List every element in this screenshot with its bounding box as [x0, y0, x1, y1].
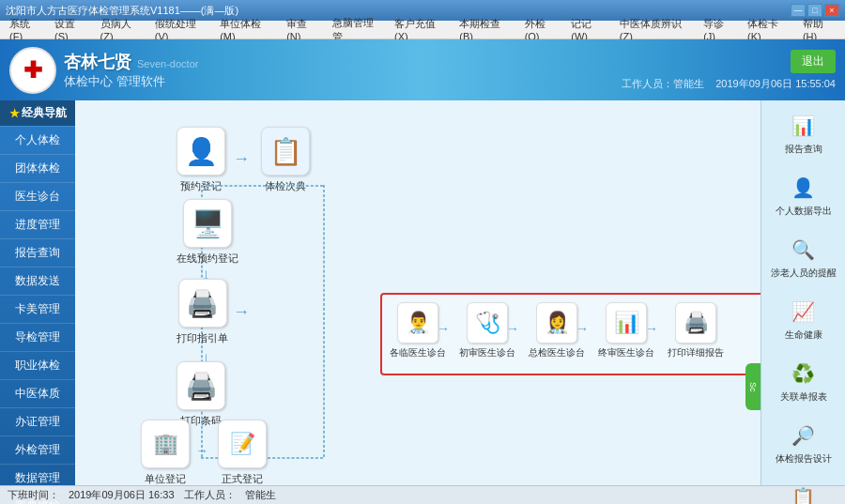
- sidebar-item-doctor[interactable]: 医生诊台: [0, 183, 75, 211]
- sign-icon: 📋: [787, 481, 821, 504]
- company-name: 杏林七贤: [64, 51, 131, 73]
- sidebar-item-personal[interactable]: 个人体检: [0, 127, 75, 155]
- unit-register-label: 单位登记: [145, 472, 186, 485]
- report-query-icon: 📊: [787, 109, 821, 143]
- sidebar-header: ★ 经典导航: [0, 100, 75, 127]
- report-design-label: 体检报告设计: [776, 452, 832, 466]
- node-print-barcode[interactable]: 🖨️ 打印条码: [177, 361, 225, 428]
- node-online-register[interactable]: 🖥️ 在线预约登记: [177, 199, 238, 266]
- personal-export-label: 个人数据导出: [776, 205, 832, 218]
- company-sub: Seven-doctor: [137, 58, 198, 69]
- header-info: 工作人员：管能生 2019年09月06日 15:55:04: [622, 77, 836, 91]
- arrow-right-1: →: [233, 149, 250, 169]
- pre-register-icon: 👤: [177, 127, 225, 176]
- online-register-label: 在线预约登记: [177, 252, 238, 266]
- menu-bar: 系统(F) 设置(S) 员病人(Z) 假统处理(V) 单位体检(M) 审查(N)…: [0, 21, 845, 39]
- unit-register-icon: 🏢: [141, 420, 190, 468]
- init-doctor-icon: 🩺: [467, 302, 508, 344]
- arrow-dept-init: →: [437, 321, 450, 336]
- sidebar-item-group[interactable]: 团体体检: [0, 155, 75, 183]
- sidebar-item-progress[interactable]: 进度管理: [0, 211, 75, 239]
- workflow-diagram: 👤 预约登记 → 📋 体检次典 🖥️ 在线预约登记: [94, 110, 751, 476]
- arrow-total-final: →: [576, 321, 589, 336]
- sidebar-item-card[interactable]: 卡美管理: [0, 296, 75, 324]
- green-side-button[interactable]: Sc: [745, 363, 760, 410]
- exam-type-icon: 📋: [261, 127, 310, 176]
- sidebar-item-tcm[interactable]: 中医体质: [0, 380, 75, 408]
- dashed-line-right: [323, 185, 325, 457]
- logout-button[interactable]: 退出: [791, 50, 836, 73]
- status-worker-label: 工作人员：: [184, 488, 236, 502]
- dept-doctor-icon: 👨‍⚕️: [397, 302, 438, 344]
- print-report-label: 打印详细报告: [668, 346, 724, 359]
- total-doctor-label: 总检医生诊台: [529, 346, 585, 359]
- print-guide-label: 打印指引单: [177, 331, 228, 345]
- final-doctor-icon: 📊: [606, 302, 647, 344]
- sidebar-item-report[interactable]: 报告查询: [0, 239, 75, 267]
- statistics-icon: ♻️: [787, 357, 821, 390]
- sidebar-item-external[interactable]: 外检管理: [0, 436, 75, 465]
- app-title: 杏林七贤 Seven-doctor 体检中心 管理软件: [64, 51, 198, 90]
- status-time-value: 2019年09月06日 16:33: [69, 488, 175, 502]
- star-icon: ★: [9, 107, 20, 120]
- arrow-final-print: →: [645, 321, 658, 336]
- header-right: 退出 工作人员：管能生 2019年09月06日 15:55:04: [622, 50, 836, 91]
- node-print-report[interactable]: 🖨️ 打印详细报告: [668, 302, 724, 359]
- minimize-button[interactable]: —: [791, 4, 806, 17]
- status-time-label: 下班时间：: [8, 488, 59, 502]
- statistics-label: 关联单报表: [780, 390, 827, 404]
- official-register-label: 正式登记: [222, 472, 263, 485]
- sidebar-item-data-send[interactable]: 数据发送: [0, 267, 75, 296]
- right-item-statistics[interactable]: ♻️ 关联单报表: [766, 353, 840, 407]
- life-label: 生命健康: [785, 328, 822, 342]
- sidebar-item-cert[interactable]: 办证管理: [0, 408, 75, 436]
- node-unit-register[interactable]: 🏢 单位登记: [141, 420, 190, 485]
- arrow-init-total: →: [506, 321, 519, 336]
- system-name: 体检中心: [64, 73, 113, 90]
- print-report-icon: 🖨️: [675, 302, 716, 344]
- sidebar-title: 经典导航: [22, 105, 67, 121]
- sidebar-item-occupation[interactable]: 职业体检: [0, 352, 75, 380]
- content-area: 👤 预约登记 → 📋 体检次典 🖥️ 在线预约登记: [75, 100, 760, 485]
- node-pre-register[interactable]: 👤 预约登记: [177, 127, 225, 193]
- worker-info: 工作人员：管能生: [622, 78, 704, 89]
- final-doctor-label: 终审医生诊台: [598, 346, 654, 359]
- elderly-label: 涉老人员的提醒: [771, 267, 837, 280]
- node-exam-type[interactable]: 📋 体检次典: [261, 127, 310, 193]
- header: ✚ 杏林七贤 Seven-doctor 体检中心 管理软件 退出 工作人员：管能…: [0, 39, 845, 100]
- node-official-register[interactable]: 📝 正式登记: [218, 420, 267, 485]
- window-controls: — □ ×: [791, 4, 839, 17]
- dashed-line-top: [201, 185, 323, 187]
- total-doctor-icon: 👩‍⚕️: [536, 302, 577, 344]
- logo-area: ✚ 杏林七贤 Seven-doctor 体检中心 管理软件: [9, 47, 198, 94]
- system-sub: 管理软件: [116, 73, 165, 90]
- dept-doctor-label: 各临医生诊台: [390, 346, 446, 359]
- elderly-icon: 🔍: [787, 233, 821, 267]
- maximize-button[interactable]: □: [807, 4, 822, 17]
- sidebar: ★ 经典导航 个人体检 团体体检 医生诊台 进度管理 报告查询 数据发送 卡美管…: [0, 100, 75, 485]
- official-register-icon: 📝: [218, 420, 267, 468]
- print-barcode-icon: 🖨️: [177, 361, 225, 410]
- arrow-unit-official: →: [195, 443, 208, 458]
- print-guide-icon: 🖨️: [178, 279, 227, 328]
- main-layout: ★ 经典导航 个人体检 团体体检 医生诊台 进度管理 报告查询 数据发送 卡美管…: [0, 100, 845, 485]
- right-item-report-query[interactable]: 📊 报告查询: [766, 105, 840, 160]
- status-worker-value: 管能生: [245, 488, 276, 502]
- close-button[interactable]: ×: [824, 4, 839, 17]
- right-item-personal-export[interactable]: 👤 个人数据导出: [766, 167, 840, 221]
- report-query-label: 报告查询: [785, 143, 822, 156]
- right-item-elderly[interactable]: 🔍 涉老人员的提醒: [766, 229, 840, 283]
- arrow-right-2: →: [233, 302, 250, 322]
- datetime-info: 2019年09月06日 15:55:04: [715, 78, 836, 89]
- logo-cross-icon: ✚: [23, 57, 42, 84]
- right-item-sign[interactable]: 📋 签约登记: [766, 477, 840, 504]
- right-item-report-design[interactable]: 🔎 体检报告设计: [766, 415, 840, 469]
- node-print-guide[interactable]: 🖨️ 打印指引单: [177, 279, 228, 345]
- right-item-life[interactable]: 📈 生命健康: [766, 291, 840, 345]
- init-doctor-label: 初审医生诊台: [459, 346, 515, 359]
- online-register-icon: 🖥️: [183, 199, 232, 248]
- report-design-icon: 🔎: [787, 419, 821, 452]
- sidebar-item-guide[interactable]: 导检管理: [0, 324, 75, 352]
- logo-icon: ✚: [9, 47, 56, 94]
- right-panel: 📊 报告查询 👤 个人数据导出 🔍 涉老人员的提醒 📈 生命健康 ♻️ 关联单报…: [760, 100, 845, 485]
